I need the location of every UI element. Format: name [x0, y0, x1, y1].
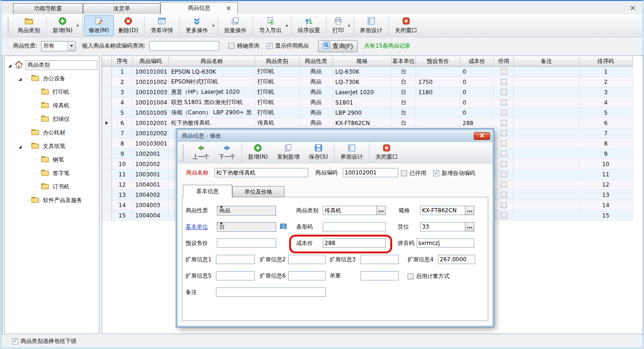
disabled-checkbox[interactable] [501, 151, 507, 157]
toolbar-button-print[interactable]: 打印 [328, 15, 348, 36]
ext1-input[interactable] [216, 255, 255, 264]
dialog-button-save[interactable]: 保存(S) [304, 143, 332, 162]
disabled-checkbox[interactable] [501, 120, 507, 126]
location-input[interactable] [420, 222, 465, 231]
table-row[interactable]: 2100101002EPSON针式打印机打印机商品LQ-730K台175002 [102, 77, 643, 87]
note-input[interactable] [216, 287, 326, 297]
dialog-button-copy-add[interactable]: 复制新增 [272, 143, 304, 162]
show-disabled-checkbox[interactable]: 显示停用商品 [267, 42, 309, 50]
weigh-mode-checkbox[interactable]: 启用计重方式 [408, 272, 450, 280]
tree-item-办公耗材[interactable]: 办公耗材 [5, 126, 99, 140]
column-header-no[interactable]: 序号 [112, 56, 133, 67]
expander-icon[interactable] [18, 77, 22, 81]
column-header-price[interactable]: 预设售价 [416, 56, 460, 67]
column-header-code[interactable]: 商品编码 [133, 56, 169, 67]
window-close-icon[interactable]: × [628, 3, 637, 12]
tab-送货单[interactable]: 送货单 [83, 3, 160, 14]
tab-basic-info[interactable]: 基本信息 [183, 185, 232, 197]
table-row[interactable]: 4100101004联想 S1801 黑白激光打印机打印机商品S1801台04 [102, 98, 643, 108]
chevron-down-icon[interactable] [217, 223, 225, 225]
disabled-checkbox[interactable] [501, 171, 507, 177]
toolbar-button-delete[interactable]: 删除(D) [114, 15, 143, 36]
disabled-checkbox[interactable] [501, 212, 507, 218]
dialog-titlebar[interactable]: 商品信息 - 修改 [178, 130, 492, 142]
tree-item-传真机[interactable]: 传真机 [5, 99, 99, 112]
unit-select[interactable]: 台 [217, 222, 276, 232]
ext4-input[interactable] [438, 255, 475, 264]
barcode-input[interactable] [323, 222, 386, 231]
disabled-checkbox[interactable] [501, 140, 507, 147]
dropdown-arrow-icon[interactable]: ▾ [212, 23, 215, 28]
disabled-checkbox[interactable] [501, 130, 507, 136]
chevron-down-icon[interactable] [217, 206, 225, 209]
toolbar-button-ui-design[interactable]: 界面设计 [355, 15, 387, 36]
disabled-checkbox[interactable] [501, 99, 507, 105]
ext2-input[interactable] [288, 255, 325, 264]
column-header-name[interactable]: 商品名称 [169, 56, 255, 67]
table-row[interactable]: 5100101005佳能（Canon） LBP 2900+ 黑打印机商品LBP … [102, 108, 643, 118]
dialog-button-ui-design[interactable]: 界面设计 [336, 143, 367, 162]
tree-item-扫描仪[interactable]: 扫描仪 [5, 112, 99, 126]
column-header-disabled[interactable]: 停用 [494, 56, 514, 67]
disabled-checkbox[interactable] [501, 79, 507, 85]
column-header-note[interactable]: 备注 [514, 56, 579, 67]
disabled-checkbox[interactable] [501, 110, 507, 116]
toolbar-button-edit[interactable]: 修改(M) [84, 15, 114, 36]
dialog-button-close-window[interactable]: 关闭窗口 [371, 143, 402, 162]
dropdown-arrow-icon[interactable]: ▾ [76, 23, 79, 28]
include-subcategory-checkbox[interactable]: 商品类别选择包括下级 [12, 337, 76, 345]
column-header-cost[interactable]: 成本价 [460, 56, 494, 67]
exact-search-checkbox[interactable]: 精确查询 [229, 42, 259, 50]
cost-input[interactable] [323, 238, 386, 248]
disabled-checkbox[interactable] [501, 202, 507, 208]
nature-filter-select[interactable]: 所有 [41, 41, 76, 51]
column-header-category[interactable]: 商品类别 [255, 56, 299, 67]
product-code-input[interactable] [343, 168, 398, 177]
tree-item-办公设备[interactable]: 办公设备 [5, 72, 99, 85]
toolbar-grip-handle[interactable] [7, 18, 9, 34]
dialog-button-next[interactable]: 下一个 [214, 143, 240, 162]
dropdown-arrow-icon[interactable]: ▾ [286, 23, 288, 28]
dropdown-arrow-icon[interactable]: ▾ [348, 23, 350, 28]
spec-input[interactable] [420, 206, 465, 215]
column-header-sort[interactable]: 排序码 [579, 56, 633, 67]
chevron-down-icon[interactable] [68, 42, 75, 51]
category-input[interactable] [323, 206, 377, 215]
toolbar-button-import-export[interactable]: 导入导出 [255, 15, 286, 36]
unit-field-label[interactable]: 基本单位 [186, 222, 208, 232]
column-header-nature[interactable]: 商品性质 [299, 56, 333, 67]
tree-item-文具纸笔[interactable]: 文具纸笔 [5, 140, 99, 153]
table-row[interactable]: 3100101003惠普（HP）LaserJet 1020打印机商品LaserJ… [102, 87, 643, 98]
toolbar-button-sort-settings[interactable]: 排序设置 [293, 15, 325, 36]
ext3-input[interactable] [360, 255, 399, 264]
tree-item-软件产品及服务[interactable]: 软件产品及服务 [5, 194, 99, 207]
expander-icon[interactable] [18, 144, 22, 149]
toolbar-button-close-window[interactable]: 关闭窗口 [390, 15, 422, 36]
nature-select[interactable]: 商品 [217, 206, 276, 216]
toolbar-button-more-actions[interactable]: 更多操作 [181, 15, 213, 36]
ext6-input[interactable] [288, 271, 325, 280]
disabled-checkbox[interactable] [501, 181, 507, 188]
column-header-unit[interactable]: 基本单位 [392, 56, 416, 67]
disabled-checkbox[interactable] [501, 69, 507, 75]
tree-item-打印机[interactable]: 打印机 [5, 85, 99, 99]
unit-book-icon[interactable] [279, 223, 287, 231]
location-browse-button[interactable]: … [465, 222, 474, 231]
column-header-spec[interactable]: 规格 [333, 56, 392, 67]
tree-item-签字笔[interactable]: 签字笔 [5, 167, 99, 180]
price-input[interactable] [217, 238, 276, 248]
weight-input[interactable] [360, 271, 399, 280]
spec-browse-button[interactable]: … [465, 206, 474, 215]
disabled-checkbox[interactable] [501, 161, 507, 167]
table-row[interactable]: 1100101001EPSON LQ-630K打印机商品LQ-630K台01 [102, 67, 643, 77]
toolbar-button-view-details[interactable]: 查看详情 [146, 15, 178, 36]
table-row[interactable]: 6100102001松下热敏传真机传真机商品KX-FT862CN台2886 [102, 118, 643, 128]
toolbar-grip-handle[interactable] [182, 145, 184, 161]
toolbar-button-add[interactable]: 新增(N) [48, 15, 77, 36]
dialog-button-add[interactable]: 新增(N) [243, 143, 272, 162]
disabled-checkbox[interactable] [501, 89, 507, 95]
ext5-input[interactable] [216, 271, 255, 280]
tree-item-订书机[interactable]: 订书机 [5, 180, 99, 194]
toolbar-button-category[interactable]: 商品类别 [13, 15, 45, 36]
dialog-button-previous[interactable]: 上一个 [188, 143, 214, 162]
